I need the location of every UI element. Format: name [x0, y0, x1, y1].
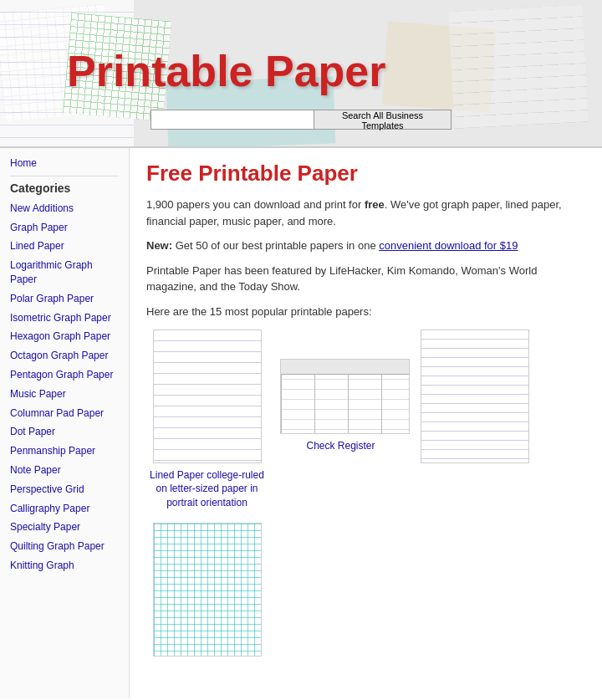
new-text: Get 50 of our best printable papers in o…: [172, 239, 379, 252]
paper-item-graph-cyan: [146, 523, 268, 662]
sidebar-item-quilting-graph[interactable]: Quilting Graph Paper: [10, 539, 119, 554]
new-offer-link[interactable]: convenient download for $19: [379, 239, 518, 252]
main-container: Home Categories New AdditionsGraph Paper…: [0, 146, 602, 698]
page-title: Free Printable Paper: [146, 161, 585, 186]
sidebar-item-polar-graph[interactable]: Polar Graph Paper: [10, 292, 119, 306]
sidebar-item-pentagon-graph[interactable]: Pentagon Graph Paper: [10, 368, 119, 382]
sidebar-item-lined-paper[interactable]: Lined Paper: [10, 239, 119, 253]
popular-heading: Here are the 15 most popular printable p…: [146, 305, 585, 318]
search-bar: Search All Business Templates: [150, 110, 452, 130]
sidebar-item-hexagon-graph[interactable]: Hexagon Graph Paper: [10, 330, 119, 344]
paper-link-check-register[interactable]: Check Register: [280, 439, 401, 453]
sidebar-item-graph-paper[interactable]: Graph Paper: [10, 221, 119, 235]
paper-thumb-check-register: [280, 359, 410, 434]
sidebar: Home Categories New AdditionsGraph Paper…: [0, 148, 130, 698]
papers-grid: Lined Paper college-ruled on letter-size…: [146, 330, 585, 662]
new-offer-paragraph: New: Get 50 of our best printable papers…: [146, 238, 585, 254]
sidebar-links: New AdditionsGraph PaperLined PaperLogar…: [10, 202, 119, 573]
site-title: Printable Paper: [67, 46, 385, 96]
paper-thumb-lined-sm: [421, 330, 529, 463]
sidebar-item-columnar-pad[interactable]: Columnar Pad Paper: [10, 406, 119, 421]
intro-bold: free: [365, 198, 385, 211]
check-header-row: [281, 360, 409, 375]
sidebar-divider: [10, 176, 119, 176]
bg-right-paper-decoration: [448, 5, 588, 129]
sidebar-item-music-paper[interactable]: Music Paper: [10, 387, 119, 401]
sidebar-item-specialty-paper[interactable]: Specialty Paper: [10, 520, 119, 534]
paper-item-lined-sm: [414, 330, 535, 510]
sidebar-item-note-paper[interactable]: Note Paper: [10, 463, 119, 478]
sidebar-item-calligraphy-paper[interactable]: Calligraphy Paper: [10, 502, 119, 516]
intro-paragraph: 1,900 papers you can download and print …: [146, 197, 585, 229]
header: Printable Paper Search All Business Temp…: [0, 0, 602, 146]
sidebar-item-log-graph[interactable]: Logarithmic Graph Paper: [10, 258, 119, 287]
search-input[interactable]: [150, 110, 314, 130]
intro-text-before: 1,900 papers you can download and print …: [146, 198, 365, 211]
sidebar-item-new-additions[interactable]: New Additions: [10, 202, 119, 216]
paper-item-lined-portrait: Lined Paper college-ruled on letter-size…: [146, 330, 268, 510]
sidebar-item-home[interactable]: Home: [10, 156, 119, 171]
sidebar-item-isometric-graph[interactable]: Isometric Graph Paper: [10, 311, 119, 325]
sidebar-item-perspective-grid[interactable]: Perspective Grid: [10, 483, 119, 497]
new-label: New:: [146, 239, 172, 252]
sidebar-item-octagon-graph[interactable]: Octagon Graph Paper: [10, 349, 119, 363]
paper-thumb-graph-cyan: [153, 523, 262, 657]
sidebar-item-penmanship-paper[interactable]: Penmanship Paper: [10, 444, 119, 458]
sidebar-item-knitting-graph[interactable]: Knitting Graph: [10, 559, 119, 573]
sidebar-item-dot-paper[interactable]: Dot Paper: [10, 425, 119, 439]
paper-thumb-lined-portrait: [153, 330, 262, 463]
search-button[interactable]: Search All Business Templates: [314, 110, 452, 130]
content-area: Free Printable Paper 1,900 papers you ca…: [130, 148, 602, 698]
featured-paragraph: Printable Paper has been featured by Lif…: [146, 263, 585, 295]
paper-link-lined-portrait[interactable]: Lined Paper college-ruled on letter-size…: [146, 468, 268, 510]
paper-item-check-register: Check Register: [280, 359, 401, 510]
sidebar-categories-label: Categories: [10, 181, 119, 195]
